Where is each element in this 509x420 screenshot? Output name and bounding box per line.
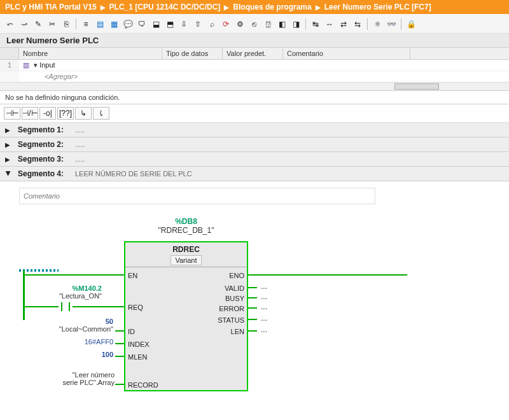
ladder-diagram[interactable]: %DB8 "RDREC_DB_1" RDREC Variant EN REQ I… (19, 216, 414, 394)
segment-label: Segmento 1: (18, 125, 75, 134)
pin-status[interactable]: STATUS (218, 316, 244, 324)
tool-icon[interactable]: ⎘ (60, 18, 73, 31)
tool-icon[interactable]: ⇆ (351, 18, 364, 31)
col-type[interactable]: Tipo de datos (162, 48, 223, 59)
error-unassigned[interactable]: ... (261, 302, 267, 311)
add-row[interactable]: <Agregar> (19, 71, 162, 81)
pin-len[interactable]: LEN (231, 328, 244, 335)
tool-icon[interactable]: ⇩ (178, 18, 190, 31)
pin-error[interactable]: ERROR (219, 305, 244, 312)
tool-icon[interactable]: ✎ (32, 18, 45, 31)
branch-open-icon[interactable]: ↳ (75, 107, 92, 120)
tool-icon[interactable]: ⤺ (4, 18, 17, 31)
col-comment[interactable]: Comentario (283, 48, 410, 59)
glasses-icon[interactable]: 👓 (385, 18, 398, 31)
col-default[interactable]: Valor predet. (223, 48, 283, 59)
tool-icon[interactable]: 🗨 (136, 18, 148, 31)
pin-valid[interactable]: VALID (225, 284, 244, 292)
branch-close-icon[interactable]: ⤹ (93, 107, 109, 120)
pin-record[interactable]: RECORD (128, 381, 158, 389)
tool-icon[interactable]: ✂ (46, 18, 59, 31)
pin-id[interactable]: ID (128, 328, 135, 335)
segment-2-header[interactable]: ▶ Segmento 2: ..... (0, 137, 509, 152)
table-row[interactable]: <Agregar> (0, 71, 509, 82)
segment-desc: ..... (75, 126, 85, 134)
mlen-signal[interactable]: 100 (57, 351, 113, 358)
id-value: 50 (38, 318, 113, 325)
breadcrumb-p0[interactable]: PLC y HMI TIA Portal V15 (5, 3, 97, 11)
col-name[interactable]: Nombre (19, 48, 162, 59)
pin-busy[interactable]: BUSY (225, 295, 244, 302)
pin-mlen[interactable]: MLEN (128, 353, 148, 361)
expand-icon[interactable]: ▾ (34, 61, 38, 69)
tool-icon[interactable]: ⇄ (337, 18, 350, 31)
tool-icon[interactable]: ▤ (94, 18, 106, 31)
pin-index[interactable]: INDEX (128, 340, 150, 348)
tool-icon[interactable]: ◧ (275, 18, 288, 31)
expand-icon[interactable]: ▶ (5, 127, 11, 134)
tool-icon[interactable]: ⇧ (192, 18, 204, 31)
tool-icon[interactable]: 💬 (122, 18, 134, 31)
contact-no-icon[interactable]: ⊣⊢ (4, 107, 20, 120)
row-name[interactable]: ▥ ▾ Input (19, 60, 162, 71)
collapse-icon[interactable]: ▶ (5, 171, 12, 177)
tool-icon[interactable]: ⎋ (248, 18, 260, 31)
tool-icon[interactable]: ⬒ (164, 18, 176, 31)
index-signal[interactable]: 16#AFF0 (57, 338, 113, 346)
block-variant[interactable]: Variant (171, 255, 201, 265)
db-address: %DB8 (124, 217, 248, 226)
pin-en[interactable]: EN (128, 272, 137, 279)
tool-icon[interactable]: ⟳ (220, 18, 232, 31)
expand-icon[interactable]: ▶ (5, 141, 11, 148)
pin-req[interactable]: REQ (128, 304, 143, 311)
breadcrumb-p3[interactable]: Leer Numero Serie PLC [FC7] (324, 3, 431, 11)
rdrec-block[interactable]: RDREC Variant EN REQ ID INDEX MLEN RECOR… (124, 241, 248, 391)
len-unassigned[interactable]: ... (261, 325, 267, 334)
coil-icon[interactable]: -o| (39, 107, 56, 120)
no-contact[interactable] (59, 302, 73, 311)
segment-desc: LEER NÚMERO DE SERIE DEL PLC (75, 170, 192, 178)
ladder-toolbar: ⊣⊢ ⊣/⊢ -o| [??] ↳ ⤹ (0, 104, 509, 123)
db-name: "RDREC_DB_1" (124, 226, 248, 235)
breadcrumb-p1[interactable]: PLC_1 [CPU 1214C DC/DC/DC] (109, 3, 221, 11)
separator (76, 18, 76, 30)
tool-icon[interactable]: ⌕ (206, 18, 218, 31)
segment-1-header[interactable]: ▶ Segmento 1: ..... (0, 123, 509, 137)
tool-icon[interactable]: ⚛ (371, 18, 384, 31)
tool-icon[interactable]: ↔ (323, 18, 336, 31)
tool-icon[interactable]: ⍰ (261, 18, 274, 31)
empty-box-icon[interactable]: [??] (57, 107, 74, 120)
valid-unassigned[interactable]: ... (261, 282, 267, 291)
tool-icon[interactable]: ⬓ (150, 18, 162, 31)
wire-req-b (73, 306, 124, 307)
wire-index (115, 343, 124, 344)
contact-nc-icon[interactable]: ⊣/⊢ (22, 107, 38, 120)
tool-icon[interactable]: ≡ (80, 18, 92, 31)
tool-icon[interactable]: ◨ (289, 18, 302, 31)
tool-icon[interactable]: ↹ (309, 18, 322, 31)
tool-icon[interactable]: ▦ (108, 18, 120, 31)
id-signal[interactable]: 50 "Local~Common" (38, 318, 113, 333)
pin-eno[interactable]: ENO (229, 272, 244, 279)
h-scrollbar[interactable] (0, 82, 509, 91)
segment-comment-input[interactable] (19, 188, 375, 204)
wire-busy (248, 297, 257, 298)
segment-4-header[interactable]: ▶ Segmento 4: LEER NÚMERO DE SERIE DEL P… (0, 167, 509, 181)
record-signal[interactable]: "Leer número serie PLC".Array (45, 371, 115, 386)
instance-db-label: %DB8 "RDREC_DB_1" (124, 217, 248, 235)
wire-status (248, 319, 257, 320)
status-unassigned[interactable]: ... (261, 314, 267, 323)
wire-error (248, 307, 257, 309)
wire-mlen (115, 356, 124, 357)
busy-unassigned[interactable]: ... (261, 292, 267, 301)
segment-3-header[interactable]: ▶ Segmento 3: ..... (0, 152, 509, 167)
expand-icon[interactable]: ▶ (5, 156, 11, 163)
tool-icon[interactable]: ⚙ (234, 18, 246, 31)
main-toolbar: ⤺ ⤻ ✎ ✂ ⎘ ≡ ▤ ▦ 💬 🗨 ⬓ ⬒ ⇩ ⇧ ⌕ ⟳ ⚙ ⎋ ⍰ ◧ … (0, 14, 509, 34)
scroll-thumb[interactable] (394, 83, 439, 90)
lock-icon[interactable]: 🔒 (405, 18, 417, 31)
tool-icon[interactable]: ⤻ (18, 18, 31, 31)
req-signal[interactable]: %M140.2 "Lectura_ON" (25, 284, 102, 300)
table-row[interactable]: 1 ▥ ▾ Input (0, 60, 509, 71)
breadcrumb-p2[interactable]: Bloques de programa (233, 3, 311, 11)
